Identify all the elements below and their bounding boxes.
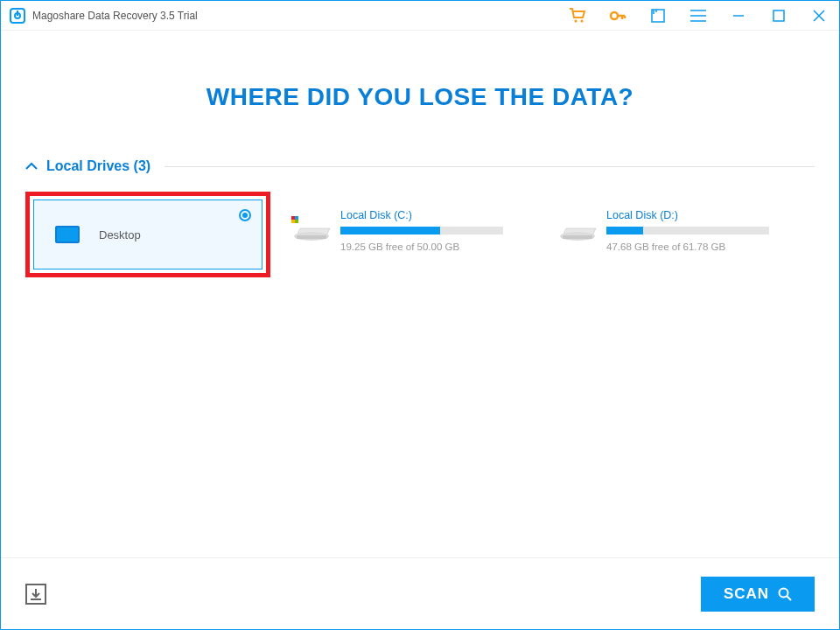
scan-button-label: SCAN: [724, 585, 769, 603]
svg-rect-8: [291, 220, 295, 223]
disk-c-title: Local Disk (C:): [340, 209, 536, 221]
radio-selected-icon: [239, 209, 251, 221]
drive-d[interactable]: Local Disk (D:) 47.68 GB free of 61.78 G…: [557, 192, 802, 269]
svg-rect-7: [295, 220, 298, 223]
disk-d-title: Local Disk (D:): [606, 209, 802, 221]
disk-d-info: Local Disk (D:) 47.68 GB free of 61.78 G…: [606, 209, 802, 252]
close-button[interactable]: [799, 1, 839, 31]
content-area: WHERE DID YOU LOSE THE DATA? Local Drive…: [1, 31, 839, 557]
drives-row: Desktop Local D: [25, 174, 815, 277]
titlebar: Magoshare Data Recovery 3.5 Trial: [1, 1, 839, 31]
app-logo-icon: [10, 8, 25, 24]
svg-rect-4: [774, 10, 784, 21]
disk-c-free: 19.25 GB free of 50.00 GB: [340, 242, 536, 252]
app-window: Magoshare Data Recovery 3.5 Trial: [0, 0, 840, 630]
title-actions: [557, 1, 839, 30]
desktop-icon: [55, 226, 80, 243]
disk-c-info: Local Disk (C:) 19.25 GB free of 50.00 G…: [340, 209, 536, 252]
app-title: Magoshare Data Recovery 3.5 Trial: [32, 10, 198, 22]
drive-desktop-highlight: Desktop: [25, 192, 270, 277]
drive-desktop[interactable]: Desktop: [33, 200, 262, 270]
disk-c-icon: [291, 213, 333, 248]
page-headline: WHERE DID YOU LOSE THE DATA?: [25, 31, 815, 158]
minimize-button[interactable]: [718, 1, 759, 31]
search-icon: [778, 587, 792, 601]
disk-c-bar: [340, 227, 503, 234]
svg-rect-6: [291, 216, 295, 220]
drive-desktop-label: Desktop: [99, 228, 141, 242]
disk-d-bar-fill: [606, 227, 643, 234]
svg-point-2: [611, 12, 618, 19]
section-divider: [164, 166, 815, 167]
disk-d-free: 47.68 GB free of 61.78 GB: [606, 242, 802, 252]
disk-c-bar-fill: [340, 227, 440, 234]
scan-button[interactable]: SCAN: [701, 577, 815, 612]
key-button[interactable]: [598, 1, 638, 31]
disk-d-icon: [557, 213, 599, 248]
section-title: Local Drives (3): [46, 158, 150, 174]
drive-c[interactable]: Local Disk (C:) 19.25 GB free of 50.00 G…: [291, 192, 536, 269]
menu-button[interactable]: [678, 1, 718, 31]
disk-d-bar: [606, 227, 769, 234]
disk-icon-button[interactable]: [638, 1, 678, 31]
cart-button[interactable]: [557, 1, 598, 31]
chevron-up-icon: [25, 158, 38, 174]
section-header[interactable]: Local Drives (3): [25, 158, 815, 174]
svg-point-0: [574, 19, 577, 22]
download-button[interactable]: [25, 584, 46, 605]
maximize-button[interactable]: [759, 1, 799, 31]
download-icon: [30, 588, 42, 600]
footer: SCAN: [1, 557, 839, 629]
svg-point-1: [580, 19, 583, 22]
svg-point-11: [780, 588, 788, 597]
